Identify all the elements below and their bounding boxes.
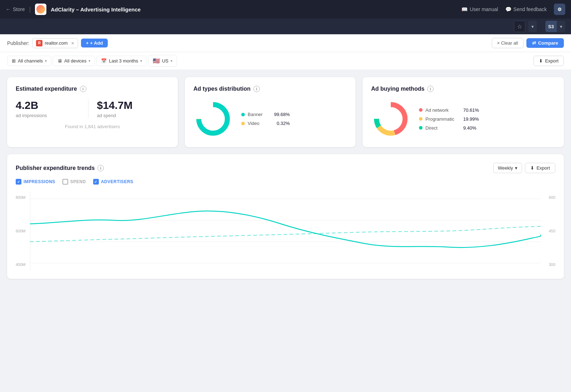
buying-legend-item-direct: Direct 9.40% xyxy=(419,125,479,131)
ad-types-info-icon[interactable]: i xyxy=(253,86,260,92)
impressions-metric: 4.2B ad impressions xyxy=(16,99,88,118)
devices-filter[interactable]: 🖥 All devices ▾ xyxy=(53,56,95,66)
legend-label-programmatic: Programmatic xyxy=(425,116,458,122)
publisher-label: Publisher: xyxy=(7,40,29,46)
channels-chevron-icon: ▾ xyxy=(45,59,47,63)
settings-icon[interactable]: ⚙ xyxy=(554,4,565,15)
buying-legend-item-programmatic: Programmatic 19.99% xyxy=(419,116,479,122)
y-axis-right: 600 450 300 xyxy=(549,192,555,270)
legend-value-programmatic: 19.99% xyxy=(463,116,479,122)
ad-buying-title: Ad buying methods i xyxy=(371,86,555,92)
ad-buying-section: Ad network 70.61% Programmatic 19.99% Di… xyxy=(371,99,555,139)
feedback-icon: 💬 xyxy=(505,6,511,12)
advertisers-checkbox[interactable]: ✓ xyxy=(93,179,99,185)
devices-icon: 🖥 xyxy=(57,58,62,64)
legend-label-banner: Banner xyxy=(248,112,263,117)
trends-title: Publisher expenditure trends i xyxy=(16,165,104,171)
tag-close-icon[interactable]: × xyxy=(71,40,74,46)
user-manual-link[interactable]: 📖 User manual xyxy=(461,6,498,12)
legend-dot-video xyxy=(241,122,245,125)
filter-bar: Publisher: R realtor.com × + + Add × Cle… xyxy=(0,34,571,52)
y-right-450: 450 xyxy=(549,229,555,233)
options-right: ⬇ Export xyxy=(534,56,564,66)
checkbox-row: ✓ IMPRESSIONS SPEND ✓ ADVERTISERS xyxy=(16,179,555,185)
region-label: US xyxy=(162,58,168,64)
bookmark-dropdown[interactable]: ▾ xyxy=(528,21,537,32)
legend-dot-programmatic xyxy=(419,117,423,121)
legend-value-video: 0.32% xyxy=(277,121,290,126)
y-left-600: 600M xyxy=(16,229,26,233)
spend-checkbox[interactable] xyxy=(62,179,68,185)
ad-buying-title-text: Ad buying methods xyxy=(371,86,424,92)
impressions-checkbox-item: ✓ IMPRESSIONS xyxy=(16,179,55,185)
svg-point-0 xyxy=(199,105,227,133)
clear-all-button[interactable]: × Clear all xyxy=(492,38,524,48)
legend-label-direct: Direct xyxy=(425,125,458,131)
legend-dot-adnetwork xyxy=(419,108,423,112)
ad-types-title: Ad types distribution i xyxy=(193,86,347,92)
impressions-checkbox-label: IMPRESSIONS xyxy=(24,179,55,184)
send-feedback-link[interactable]: 💬 Send feedback xyxy=(505,6,547,12)
weekly-label: Weekly xyxy=(498,165,513,171)
spend-value: $14.7M xyxy=(97,99,170,111)
date-filter[interactable]: 📅 Last 3 months ▾ xyxy=(96,56,147,66)
expenditure-title-text: Estimated expenditure xyxy=(16,86,77,92)
store-link[interactable]: ← Store xyxy=(6,6,25,12)
devices-chevron-icon: ▾ xyxy=(89,59,90,63)
trends-card: Publisher expenditure trends i Weekly ▾ … xyxy=(7,154,564,279)
avatar-dropdown[interactable]: ▾ xyxy=(557,21,565,32)
impressions-checkbox[interactable]: ✓ xyxy=(16,179,21,185)
impressions-value: 4.2B xyxy=(16,99,88,111)
impressions-line xyxy=(30,211,541,247)
add-publisher-button[interactable]: + + Add xyxy=(81,39,108,47)
publisher-tag: R realtor.com × xyxy=(32,38,78,48)
buying-legend-item-adnetwork: Ad network 70.61% xyxy=(419,107,479,113)
publisher-name: realtor.com xyxy=(45,40,67,46)
app-logo-inner xyxy=(36,5,45,14)
trends-info-icon[interactable]: i xyxy=(97,165,104,171)
compare-button[interactable]: ⇄ Compare xyxy=(526,38,564,48)
publisher-icon: R xyxy=(36,40,42,46)
spend-checkbox-item: SPEND xyxy=(62,179,86,185)
trends-export-button[interactable]: ⬇ Export xyxy=(525,163,555,173)
channels-filter[interactable]: ⊞ All channels ▾ xyxy=(7,56,51,66)
expenditure-metrics: 4.2B ad impressions $14.7M ad spend xyxy=(16,99,169,118)
legend-label-adnetwork: Ad network xyxy=(425,107,458,113)
y-left-800: 800M xyxy=(16,195,26,200)
flag-icon: 🇺🇸 xyxy=(153,57,160,64)
sub-navigation: ☆ ▾ S3 ▾ xyxy=(0,19,571,34)
trends-download-icon: ⬇ xyxy=(530,165,534,171)
bookmark-icon[interactable]: ☆ xyxy=(514,21,525,32)
y-right-300: 300 xyxy=(549,262,555,267)
export-label: Export xyxy=(545,58,559,64)
channels-label: All channels xyxy=(18,58,43,64)
chart-area: 800M 600M 400M 600 450 300 xyxy=(16,192,555,270)
download-icon: ⬇ xyxy=(539,58,543,64)
weekly-button[interactable]: Weekly ▾ xyxy=(493,163,522,173)
filter-bar-right: × Clear all ⇄ Compare xyxy=(492,38,564,48)
export-button[interactable]: ⬇ Export xyxy=(534,56,564,66)
ad-types-donut xyxy=(193,99,233,139)
ad-types-legend: Banner 99.68% Video 0.32% xyxy=(241,112,290,126)
buying-donut-chart xyxy=(371,99,410,139)
legend-dot-banner xyxy=(241,113,245,116)
date-label: Last 3 months xyxy=(109,58,138,64)
ad-buying-info-icon[interactable]: i xyxy=(427,86,434,92)
expenditure-info-icon[interactable]: i xyxy=(80,86,86,92)
region-chevron-icon: ▾ xyxy=(171,59,172,63)
region-filter[interactable]: 🇺🇸 US ▾ xyxy=(148,55,177,67)
avatar-button[interactable]: S3 xyxy=(545,21,557,32)
ad-types-section: Banner 99.68% Video 0.32% xyxy=(193,99,347,139)
advertisers-line xyxy=(30,226,541,242)
options-bar: ⊞ All channels ▾ 🖥 All devices ▾ 📅 Last … xyxy=(0,52,571,70)
expenditure-card: Estimated expenditure i 4.2B ad impressi… xyxy=(7,77,178,147)
user-manual-label: User manual xyxy=(470,6,498,12)
top-navigation: ← Store | AdClarity – Advertising Intell… xyxy=(0,0,571,19)
trends-export-label: Export xyxy=(536,165,550,171)
impressions-label: ad impressions xyxy=(16,113,88,118)
spend-checkbox-label: SPEND xyxy=(70,179,86,184)
legend-dot-direct xyxy=(419,126,423,130)
y-left-400: 400M xyxy=(16,262,26,267)
app-title: AdClarity – Advertising Intelligence xyxy=(51,6,141,12)
expenditure-footer: Found in 1,841 advertisers xyxy=(16,124,169,129)
